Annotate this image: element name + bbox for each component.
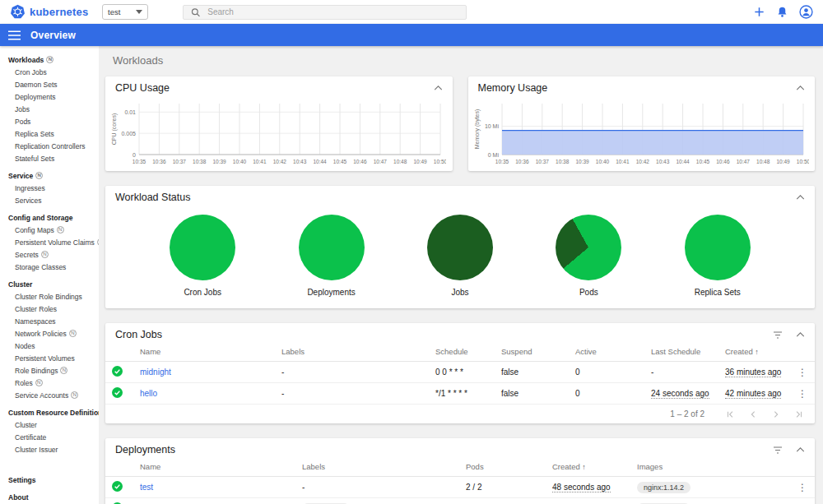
svg-text:10:39: 10:39 <box>575 159 589 164</box>
sidebar-section-about[interactable]: About <box>0 490 99 504</box>
sidebar-item-cluster[interactable]: Cluster <box>0 419 99 432</box>
resource-link[interactable]: midnight <box>140 368 171 377</box>
add-resource-button[interactable] <box>753 6 765 18</box>
resource-link[interactable]: hello <box>140 389 157 398</box>
sidebar-item-replication-controllers[interactable]: Replication Controllers <box>0 141 99 153</box>
sidebar-item-jobs[interactable]: Jobs <box>0 104 99 116</box>
pie-chart[interactable] <box>427 215 493 280</box>
namespace-select[interactable]: test <box>102 4 148 20</box>
collapse-button[interactable] <box>796 195 805 200</box>
pagination: 1 – 2 of 2 <box>105 405 815 423</box>
sidebar-item-cluster-roles[interactable]: Cluster Roles <box>0 303 99 316</box>
column-header-labels[interactable]: Labels <box>295 457 459 477</box>
notifications-button[interactable] <box>776 6 788 18</box>
search-bar[interactable] <box>183 5 467 20</box>
namespaced-badge: N <box>35 172 43 179</box>
pie-chart[interactable] <box>170 215 235 280</box>
sidebar-item-cluster-issuer[interactable]: Cluster Issuer <box>0 444 99 456</box>
sidebar-item-services[interactable]: Services <box>0 195 99 207</box>
sidebar-item-secrets[interactable]: SecretsN <box>0 249 99 261</box>
sidebar-item-deployments[interactable]: Deployments <box>0 91 99 104</box>
row-menu-button[interactable]: ⋮ <box>790 383 815 405</box>
collapse-button[interactable] <box>796 332 805 337</box>
table-cell: 24 seconds ago <box>644 383 718 405</box>
table-cell: app: nginx <box>295 498 459 504</box>
last-page-button[interactable] <box>795 410 803 418</box>
sidebar-item-daemon-sets[interactable]: Daemon Sets <box>0 79 99 91</box>
first-page-button[interactable] <box>726 410 734 418</box>
column-header-images[interactable]: Images <box>630 457 790 477</box>
collapse-button[interactable] <box>796 447 805 452</box>
sidebar-item-cluster-role-bindings[interactable]: Cluster Role Bindings <box>0 291 99 303</box>
column-header-name[interactable]: Name <box>133 457 295 477</box>
search-input[interactable] <box>207 7 458 16</box>
sidebar-section-workloads[interactable]: WorkloadsN <box>0 53 99 67</box>
column-header-active[interactable]: Active <box>569 342 644 362</box>
sidebar-section-cluster[interactable]: Cluster <box>0 277 99 291</box>
column-header-created[interactable]: Created ↑ <box>546 457 630 477</box>
sidebar-item-replica-sets[interactable]: Replica Sets <box>0 128 99 141</box>
resource-link[interactable]: test <box>140 483 153 492</box>
column-header-suspend[interactable]: Suspend <box>495 342 569 362</box>
column-header-schedule[interactable]: Schedule <box>429 342 495 362</box>
filter-button[interactable] <box>773 446 783 454</box>
svg-text:10:45: 10:45 <box>333 159 347 164</box>
sidebar-item-service-accounts[interactable]: Service AccountsN <box>0 390 99 402</box>
menu-button[interactable] <box>8 30 21 40</box>
workload-status-cron-jobs: Cron Jobs <box>170 215 235 297</box>
workload-status-charts: Cron JobsDeploymentsJobsPodsReplica Sets <box>105 205 815 308</box>
row-menu-button[interactable]: ⋮ <box>790 477 815 498</box>
column-header-labels[interactable]: Labels <box>275 342 429 362</box>
sidebar-item-cron-jobs[interactable]: Cron Jobs <box>0 67 99 79</box>
sidebar-item-storage-classes[interactable]: Storage Classes <box>0 261 99 274</box>
pie-chart[interactable] <box>299 215 365 280</box>
chevron-up-icon <box>796 195 805 200</box>
collapse-button[interactable] <box>434 86 443 90</box>
sidebar-item-label: Storage Classes <box>15 263 66 271</box>
sidebar-item-persistent-volumes[interactable]: Persistent Volumes <box>0 353 99 365</box>
pie-chart[interactable] <box>556 215 621 280</box>
sidebar-section-config-and-storage[interactable]: Config and Storage <box>0 210 99 224</box>
sidebar-section-label: Custom Resource Definitions <box>8 409 99 417</box>
sidebar-item-namespaces[interactable]: Namespaces <box>0 316 99 328</box>
svg-text:10:38: 10:38 <box>556 159 570 164</box>
sidebar-section-settings[interactable]: Settings <box>0 473 99 487</box>
user-menu-button[interactable] <box>799 5 813 19</box>
row-menu-button[interactable]: ⋮ <box>790 498 815 504</box>
sidebar-item-pods[interactable]: Pods <box>0 116 99 128</box>
sidebar-item-certificate[interactable]: Certificate <box>0 432 99 444</box>
svg-text:10:41: 10:41 <box>616 159 630 164</box>
collapse-button[interactable] <box>796 86 805 90</box>
filter-button[interactable] <box>773 331 783 339</box>
column-header-name[interactable]: Name <box>133 342 275 362</box>
brand[interactable]: kubernetes <box>10 4 102 20</box>
sidebar-item-label: Pods <box>15 118 30 126</box>
sidebar-item-label: Service Accounts <box>15 391 68 400</box>
next-page-button[interactable] <box>772 410 780 418</box>
svg-text:10:39: 10:39 <box>212 159 226 164</box>
column-header-created[interactable]: Created ↑ <box>718 342 790 362</box>
sidebar-section-service[interactable]: ServiceN <box>0 169 99 183</box>
column-header-last-schedule[interactable]: Last Schedule <box>644 342 718 362</box>
sidebar-item-roles[interactable]: RolesN <box>0 377 99 390</box>
table-cell: test <box>133 477 295 498</box>
pie-chart[interactable] <box>685 215 751 280</box>
column-header-pods[interactable]: Pods <box>459 457 546 477</box>
svg-text:10:42: 10:42 <box>273 159 287 164</box>
sidebar-section-custom-resource-definitions[interactable]: Custom Resource Definitions <box>0 405 99 419</box>
svg-text:10:50: 10:50 <box>434 159 446 164</box>
relative-time: 24 seconds ago <box>651 389 709 399</box>
sidebar-item-ingresses[interactable]: Ingresses <box>0 183 99 195</box>
sidebar-item-nodes[interactable]: Nodes <box>0 340 99 353</box>
row-menu-button[interactable]: ⋮ <box>790 362 815 383</box>
sidebar-item-stateful-sets[interactable]: Stateful Sets <box>0 153 99 165</box>
svg-text:10:45: 10:45 <box>695 159 709 164</box>
sidebar-item-network-policies[interactable]: Network PoliciesN <box>0 328 99 340</box>
sidebar: WorkloadsNCron JobsDaemon SetsDeployment… <box>0 46 99 504</box>
namespaced-badge: N <box>41 251 49 258</box>
sidebar-item-config-maps[interactable]: Config MapsN <box>0 224 99 237</box>
workload-status-card: Workload Status Cron JobsDeploymentsJobs… <box>105 186 815 308</box>
sidebar-item-persistent-volume-claims[interactable]: Persistent Volume ClaimsN <box>0 237 99 249</box>
previous-page-button[interactable] <box>749 410 757 418</box>
sidebar-item-role-bindings[interactable]: Role BindingsN <box>0 365 99 377</box>
